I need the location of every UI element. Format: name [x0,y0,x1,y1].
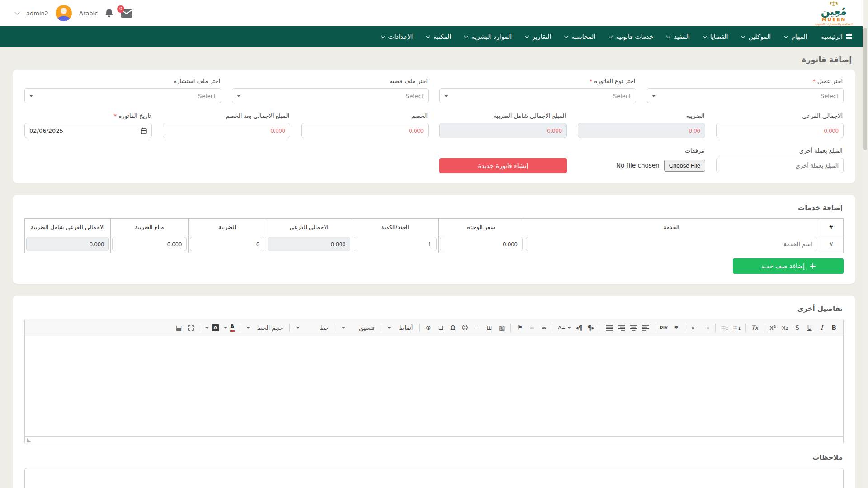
language-button[interactable]: A≡ [557,322,572,333]
nav-item-hr[interactable]: الموارد البشرية [465,33,512,40]
smiley-button[interactable]: ☺ [459,322,471,333]
attachments-field: مرفقات Choose File No file chosen [578,147,705,173]
horizontal-rule-button[interactable]: ― [472,322,483,333]
special-character-button[interactable]: Ω [447,322,458,333]
link-button[interactable]: ∞ [538,322,550,333]
nav-item-reports[interactable]: التقارير [525,33,551,40]
resize-grip-icon[interactable] [27,438,31,442]
nav-item-legal-services[interactable]: خدمات قانونية [609,33,653,40]
messages-button[interactable]: 0 [121,9,132,18]
chevron-down-icon [666,34,671,38]
styles-dropdown[interactable]: أنماط [384,322,416,333]
format-dropdown[interactable]: تنسيق [339,322,377,333]
chevron-down-icon [652,95,656,99]
iframe-button[interactable]: ⊕ [423,322,434,333]
chevron-down-icon[interactable] [14,9,19,14]
underline-button[interactable]: U [804,322,815,333]
image-button[interactable]: ▧ [496,322,507,333]
logo-latin-text: MUEEN [821,17,846,22]
chevron-down-icon [784,34,788,38]
other-currency-field: المبلغ بعملة أخرى [716,147,844,173]
italic-button[interactable]: I [816,322,827,333]
editor-bottom-bar [25,436,843,444]
invoice-type-select[interactable]: Select [439,88,636,103]
subtotal-field: الاجمالي الفرعي [716,113,844,138]
nav-item-settings[interactable]: الإعدادات [382,33,413,40]
font-size-dropdown[interactable]: حجم الخط [243,322,287,333]
other-currency-input[interactable] [716,158,844,173]
align-center-button[interactable] [628,322,639,333]
logo-arabic-text: مُعِين [821,6,847,17]
nav-item-home[interactable]: الرئيسية [821,33,852,40]
align-justify-button[interactable] [604,322,615,333]
discount-input[interactable] [301,123,429,138]
maximize-button[interactable] [185,322,197,333]
nav-item-execution[interactable]: التنفيذ [667,33,689,40]
chevron-down-icon [567,327,571,331]
discount-field: الخصم [301,113,429,138]
numbered-list-button[interactable]: ≡₁ [731,322,742,333]
nav-item-tasks[interactable]: المهام [784,33,807,40]
source-button[interactable]: ▤ [173,322,184,333]
invoice-date-input[interactable]: 02/06/2025 [24,123,152,138]
align-left-button[interactable] [640,322,651,333]
app-logo[interactable]: مُعِين MUEEN للمحاماة والاستشارات القانو… [815,1,853,26]
create-invoice-button[interactable]: إنشاء فاتورة جديدة [439,158,567,173]
total-after-discount-field: المبلغ الاجمالي بعد الخصم [163,113,290,138]
paragraph-ltr-button[interactable]: ¶▸ [585,322,597,333]
chevron-down-icon [246,327,250,331]
nav-item-library[interactable]: المكتبة [426,33,451,40]
superscript-button[interactable]: x² [767,322,778,333]
scrollbar-thumb[interactable] [863,28,867,150]
paragraph-rtl-button[interactable]: ◂¶ [573,322,585,333]
text-color-button[interactable]: A [222,322,236,333]
chevron-down-icon [342,327,345,331]
service-name-input[interactable] [526,237,817,251]
services-title: إضافة خدمات [25,204,843,212]
nav-item-accounting[interactable]: المحاسبة [565,33,595,40]
outdent-button[interactable]: ⇥ [701,322,712,333]
row-tax-amount-input[interactable] [112,237,187,251]
avatar[interactable] [56,5,72,21]
align-right-button[interactable] [616,322,627,333]
consultation-file-select[interactable]: Select [24,88,221,103]
row-tax-input[interactable] [190,237,264,251]
chevron-down-icon [525,34,529,38]
anchor-button[interactable]: ⚑ [514,322,525,333]
subscript-button[interactable]: x₂ [779,322,791,333]
nav-item-cases[interactable]: القضايا [703,33,728,40]
chevron-down-icon [29,95,33,99]
table-button[interactable]: ⊞ [484,322,495,333]
language-label[interactable]: Arabic [79,10,98,17]
notes-textarea[interactable] [24,468,844,488]
blockquote-button[interactable]: ❞ [670,322,682,333]
page-break-button[interactable]: ⊟ [435,322,446,333]
chevron-down-icon [426,34,430,38]
div-container-button[interactable]: DIV [658,322,670,333]
file-status-text: No file chosen [616,162,660,169]
quantity-input[interactable] [354,237,436,251]
choose-file-button[interactable]: Choose File [664,160,705,172]
bullet-list-button[interactable]: ≡: [719,322,730,333]
total-after-discount-input[interactable] [163,123,290,138]
username-label[interactable]: admin2 [26,10,48,17]
case-file-select[interactable]: Select [232,88,429,103]
col-total-with-tax: الاجمالي الفرعي شامل الضريبة [25,219,111,235]
unlink-button[interactable]: ∞ [526,322,538,333]
calendar-icon[interactable] [141,127,147,134]
case-file-label: اختر ملف قضية [233,78,428,84]
unit-price-input[interactable] [440,237,523,251]
font-dropdown[interactable]: خط [293,322,332,333]
bold-button[interactable]: B [828,322,840,333]
nav-item-clients[interactable]: الموكلين [741,33,771,40]
scrollbar[interactable] [863,0,868,488]
client-select[interactable]: Select [647,88,844,103]
strikethrough-button[interactable]: S [792,322,803,333]
background-color-button[interactable]: A [203,322,221,333]
editor-content-area[interactable] [25,336,843,436]
add-row-button[interactable]: إضافة صف جديد [733,258,844,274]
subtotal-input[interactable] [716,123,844,138]
notifications-bell-icon[interactable] [105,9,113,18]
remove-format-button[interactable]: Tx [749,322,760,333]
indent-button[interactable]: ⇤ [689,322,700,333]
